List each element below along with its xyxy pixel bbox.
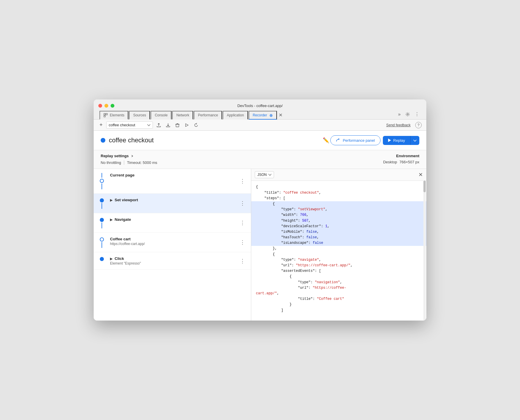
- settings-icon-btn[interactable]: [404, 111, 411, 117]
- step-title-click: ▶ Click: [110, 256, 236, 261]
- json-line: "width": 766,: [256, 212, 422, 218]
- json-line: {: [256, 201, 422, 207]
- tab-network[interactable]: Network: [172, 111, 193, 120]
- json-line: "type": "setViewport",: [256, 207, 422, 212]
- step-circle-click: [100, 257, 104, 261]
- step-coffee-cart[interactable]: Coffee cart https://coffee-cart.app/ ⋮: [94, 233, 251, 252]
- json-line: "deviceScaleFactor": 1,: [256, 224, 422, 229]
- json-line: "height": 507,: [256, 218, 422, 224]
- delete-btn[interactable]: [174, 122, 181, 128]
- more-tabs-btn[interactable]: »: [397, 111, 402, 118]
- step-circle-current-page: [100, 179, 104, 183]
- replay-dropdown-btn[interactable]: [410, 136, 419, 145]
- json-line: "steps": [: [256, 196, 422, 201]
- play-icon: [184, 123, 189, 127]
- menu-icon-btn[interactable]: ⋮: [413, 111, 420, 118]
- step-subtitle-click: Element "Espresso": [110, 261, 236, 265]
- step-menu-coffee-cart[interactable]: ⋮: [239, 240, 246, 245]
- environment-section: Environment Desktop 766×507 px: [383, 154, 419, 164]
- close-button[interactable]: [98, 104, 102, 108]
- performance-panel-btn[interactable]: Performance panel: [330, 135, 381, 145]
- json-line: "url": "https://coffee-cart.app/",: [256, 263, 422, 268]
- performance-icon: [336, 138, 341, 143]
- import-btn[interactable]: [165, 122, 172, 128]
- download-icon: [166, 123, 170, 127]
- step-menu-current-page[interactable]: ⋮: [239, 178, 246, 184]
- json-scrollbar[interactable]: [423, 181, 426, 321]
- step-title-coffee-cart: Coffee cart: [110, 237, 236, 241]
- json-line: "isMobile": false,: [256, 229, 422, 235]
- replay-settings-title[interactable]: Replay settings: [101, 154, 157, 158]
- json-format-select[interactable]: JSON: [255, 171, 274, 178]
- step-title-current-page: Current page: [110, 173, 236, 177]
- settings-values: No throttling | Timeout: 5000 ms: [101, 160, 157, 165]
- maximize-button[interactable]: [111, 104, 114, 108]
- send-feedback-btn[interactable]: Send feedback: [384, 122, 413, 128]
- svg-rect-6: [176, 124, 179, 127]
- step-connector-navigate: [102, 223, 102, 228]
- upload-icon: [156, 123, 161, 127]
- export-btn[interactable]: [155, 122, 162, 128]
- step-circle-navigate: [100, 218, 104, 222]
- svg-point-4: [271, 115, 272, 116]
- play-btn[interactable]: [183, 122, 190, 128]
- json-line: "assertedEvents": [: [256, 268, 422, 274]
- chevron-down-icon: [147, 124, 150, 126]
- step-click[interactable]: ▶ Click Element "Espresso" ⋮: [94, 252, 251, 270]
- replay-group: Replay: [383, 136, 419, 145]
- json-line: },: [256, 246, 422, 251]
- step-subtitle-coffee-cart: https://coffee-cart.app/: [110, 242, 236, 246]
- minimize-button[interactable]: [104, 104, 108, 108]
- toolbar: + coffee checkout Send feedback ?: [94, 120, 426, 131]
- svg-rect-0: [104, 113, 105, 115]
- step-circle-set-viewport: [100, 198, 104, 202]
- json-line: {: [256, 184, 422, 190]
- title-bar: DevTools - coffee-cart.app/ Elements Sou…: [94, 99, 426, 120]
- json-line: }: [256, 302, 422, 307]
- add-recording-btn[interactable]: +: [98, 121, 104, 129]
- settings-bar: Replay settings No throttling | Timeout:…: [94, 150, 426, 169]
- json-line: "type": "navigate",: [256, 257, 422, 263]
- replay-btn[interactable]: Replay: [383, 136, 410, 145]
- help-btn[interactable]: ?: [415, 122, 422, 128]
- json-close-btn[interactable]: ✕: [418, 172, 423, 178]
- json-line: "isLandscape": false: [256, 240, 422, 246]
- recording-selector[interactable]: coffee checkout: [106, 121, 153, 129]
- json-scrollbar-thumb: [423, 181, 426, 192]
- json-line: "title": "Coffee cart": [256, 296, 422, 302]
- json-line: {: [256, 252, 422, 257]
- svg-point-5: [407, 113, 409, 115]
- main-area: Current page ⋮ ▶ Set viewport: [94, 169, 426, 321]
- svg-point-7: [338, 139, 339, 140]
- json-line: "type": "navigation",: [256, 280, 422, 285]
- close-recorder-tab-btn[interactable]: ✕: [278, 112, 284, 118]
- window-controls: [98, 104, 114, 108]
- window-title: DevTools - coffee-cart.app/: [237, 104, 282, 108]
- tab-sources[interactable]: Sources: [129, 111, 150, 120]
- json-content[interactable]: { "title": "coffee checkout", "steps": […: [251, 181, 426, 321]
- header-actions: Performance panel Replay: [330, 135, 419, 145]
- step-menu-set-viewport[interactable]: ⋮: [239, 201, 246, 206]
- refresh-btn[interactable]: [193, 122, 200, 128]
- step-menu-click[interactable]: ⋮: [239, 258, 246, 264]
- step-menu-navigate[interactable]: ⋮: [239, 220, 246, 225]
- edit-title-btn[interactable]: ✏️: [322, 136, 330, 145]
- step-set-viewport[interactable]: ▶ Set viewport ⋮: [94, 194, 251, 213]
- step-current-page[interactable]: Current page ⋮: [94, 169, 251, 194]
- devtools-window: DevTools - coffee-cart.app/ Elements Sou…: [94, 99, 426, 321]
- step-navigate[interactable]: ▶ Navigate ⋮: [94, 213, 251, 233]
- step-title-set-viewport: ▶ Set viewport: [110, 198, 236, 202]
- tab-application[interactable]: Application: [223, 111, 248, 120]
- play-triangle-icon: [388, 139, 391, 142]
- tab-performance[interactable]: Performance: [194, 111, 222, 120]
- tab-elements[interactable]: Elements: [100, 111, 128, 120]
- json-header: JSON ✕: [251, 169, 426, 181]
- json-line: "hasTouch": false,: [256, 235, 422, 240]
- step-circle-coffee-cart: [100, 237, 104, 242]
- step-connector-set-viewport: [102, 203, 102, 209]
- json-line: "title": "coffee checkout",: [256, 190, 422, 196]
- devtools-tabs: Elements Sources Console Network Perform…: [98, 111, 422, 120]
- tab-recorder[interactable]: Recorder: [249, 111, 277, 120]
- step-title-navigate: ▶ Navigate: [110, 217, 236, 222]
- tab-console[interactable]: Console: [151, 111, 172, 120]
